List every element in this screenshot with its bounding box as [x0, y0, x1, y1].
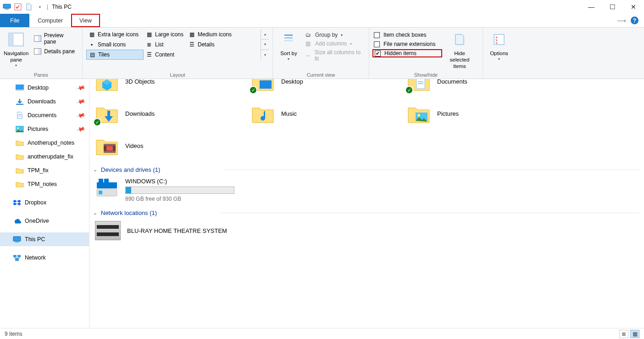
- preview-pane-button[interactable]: Preview pane: [31, 31, 78, 46]
- layout-small-icons[interactable]: ▪Small icons: [86, 40, 144, 50]
- chevron-down-icon: ▾: [487, 57, 511, 62]
- nav-network[interactable]: Network: [0, 251, 89, 265]
- svg-rect-35: [104, 179, 109, 183]
- details-icon: ☰: [188, 41, 195, 48]
- sort-by-label: Sort by: [280, 51, 297, 56]
- svg-rect-23: [418, 81, 423, 82]
- svg-rect-34: [99, 179, 103, 183]
- scroll-up-icon[interactable]: ▴: [261, 29, 269, 40]
- layout-large-icons[interactable]: ▦Large icons: [144, 29, 186, 40]
- layout-details[interactable]: ☰Details: [186, 40, 255, 50]
- main-pane: 3D Objects ✓ Desktop ✓ Documents ✓ Downl…: [89, 79, 644, 328]
- folder-music[interactable]: Music: [249, 97, 382, 130]
- desktop-icon: [16, 84, 24, 92]
- pin-icon: 📌: [76, 97, 85, 107]
- medium-icons-icon: ▦: [188, 31, 195, 38]
- folder-icon: [16, 180, 24, 188]
- tab-view[interactable]: View: [71, 14, 100, 27]
- folder-desktop[interactable]: ✓ Desktop: [249, 79, 382, 97]
- hide-selected-button[interactable]: Hide selected items: [444, 29, 475, 69]
- folder-documents[interactable]: ✓ Documents: [405, 79, 538, 97]
- qat-dropdown-icon[interactable]: ▾: [36, 3, 44, 11]
- status-bar: 9 items ≣ ▦: [0, 328, 644, 339]
- tiles-view-toggle[interactable]: ▦: [630, 330, 639, 338]
- svg-rect-21: [260, 80, 272, 89]
- svg-rect-16: [13, 237, 21, 241]
- folder-3d-objects[interactable]: 3D Objects: [93, 79, 226, 97]
- nav-documents[interactable]: Documents📌: [0, 108, 89, 122]
- section-devices[interactable]: ⌄ Devices and drives (1): [93, 162, 639, 175]
- titlebar-separator: |: [47, 4, 48, 10]
- navigation-pane-button[interactable]: Navigation pane ▾: [4, 29, 28, 68]
- tab-computer[interactable]: Computer: [29, 14, 71, 27]
- folder-pictures[interactable]: Pictures: [405, 97, 538, 130]
- hidden-items-toggle[interactable]: ✔Hidden items: [373, 50, 442, 57]
- layout-gallery: ▦Extra large icons ▦Large icons ▦Medium …: [86, 29, 269, 60]
- folder-downloads[interactable]: ✓ Downloads: [93, 97, 226, 130]
- minimize-ribbon-icon[interactable]: ⟶: [617, 17, 626, 24]
- layout-gallery-scroll[interactable]: ▴ ▾ ▾: [261, 29, 269, 60]
- nav-downloads[interactable]: Downloads📌: [0, 95, 89, 108]
- small-icons-icon: ▪: [88, 41, 95, 48]
- media-device-icon: [95, 221, 121, 240]
- currentview-group-label: Current view: [277, 71, 365, 78]
- preview-pane-icon: [34, 35, 41, 42]
- svg-rect-11: [16, 104, 23, 105]
- documents-folder-icon: ✓: [407, 79, 431, 93]
- ribbon-group-current-view: Sort by ▾ 🗂Group by ▾ ▥Add columns ▾ ↔Si…: [273, 28, 369, 79]
- nav-dropbox[interactable]: Dropbox: [0, 196, 89, 209]
- details-pane-label: Details pane: [44, 48, 75, 55]
- layout-content[interactable]: ☰Content: [144, 50, 186, 60]
- network-device-bluray[interactable]: BLU-RAY HOME THEATRE SYSTEM: [93, 218, 639, 243]
- nav-pictures[interactable]: Pictures📌: [0, 122, 89, 136]
- scroll-more-icon[interactable]: ▾: [261, 50, 269, 60]
- onedrive-icon: [13, 217, 21, 225]
- add-columns-button: ▥Add columns ▾: [304, 40, 365, 47]
- properties-qat-icon[interactable]: [14, 3, 22, 11]
- nav-desktop[interactable]: Desktop📌: [0, 81, 89, 95]
- nav-folder-tpm-fix[interactable]: TPM_fix: [0, 164, 89, 177]
- details-view-toggle[interactable]: ≣: [619, 330, 628, 338]
- drive-c[interactable]: WINDOWS (C:) 890 GB free of 930 GB: [93, 175, 240, 205]
- sort-by-button[interactable]: Sort by ▾: [277, 29, 301, 61]
- add-columns-icon: ▥: [305, 40, 313, 47]
- item-check-boxes-toggle[interactable]: Item check boxes: [373, 31, 442, 39]
- layout-medium-icons[interactable]: ▦Medium icons: [186, 29, 255, 40]
- options-label: Options: [490, 51, 508, 56]
- options-button[interactable]: Options ▾: [487, 29, 511, 61]
- size-columns-button: ↔Size all columns to fit: [304, 49, 365, 62]
- layout-group-label: Layout: [86, 71, 269, 78]
- nav-onedrive[interactable]: OneDrive: [0, 214, 89, 228]
- quick-access-toolbar: ▾: [3, 3, 44, 11]
- file-name-extensions-toggle[interactable]: File name extensions: [373, 40, 442, 48]
- file-qat-icon[interactable]: [25, 3, 33, 11]
- details-pane-icon: [34, 48, 41, 55]
- nav-folder-tpm-notes[interactable]: TPM_notes: [0, 177, 89, 191]
- section-network-locations[interactable]: ⌄ Network locations (1): [93, 205, 639, 218]
- layout-list[interactable]: ≣List: [144, 40, 186, 50]
- ribbon: Navigation pane ▾ Preview pane Details p…: [0, 28, 644, 79]
- svg-rect-24: [418, 83, 423, 84]
- minimize-button[interactable]: —: [581, 0, 602, 14]
- nav-folder-anotherupd-notes[interactable]: Anotherupd_notes: [0, 136, 89, 150]
- thispc-qat-icon: [3, 3, 11, 11]
- devices-header-label: Devices and drives (1): [101, 166, 160, 173]
- tab-file[interactable]: File: [0, 14, 29, 27]
- layout-tiles[interactable]: ▤Tiles: [86, 50, 144, 60]
- maximize-button[interactable]: ☐: [602, 0, 623, 14]
- panes-group-label: Panes: [4, 71, 78, 78]
- svg-rect-13: [18, 116, 21, 116]
- nav-folder-anotherupdate-fix[interactable]: anotherupdate_fix: [0, 150, 89, 164]
- navigation-pane-label: Navigation pane: [4, 51, 28, 62]
- nav-this-pc[interactable]: This PC: [0, 232, 89, 246]
- close-button[interactable]: ✕: [623, 0, 644, 14]
- help-icon[interactable]: ?: [631, 17, 638, 24]
- details-pane-button[interactable]: Details pane: [31, 47, 78, 56]
- layout-extra-large-icons[interactable]: ▦Extra large icons: [86, 29, 144, 40]
- svg-rect-17: [15, 242, 19, 243]
- tiles-icon: ▤: [89, 51, 96, 58]
- folder-videos[interactable]: Videos: [93, 130, 226, 162]
- group-by-button[interactable]: 🗂Group by ▾: [304, 31, 365, 39]
- folder-icon: [16, 139, 24, 147]
- scroll-down-icon[interactable]: ▾: [261, 40, 269, 50]
